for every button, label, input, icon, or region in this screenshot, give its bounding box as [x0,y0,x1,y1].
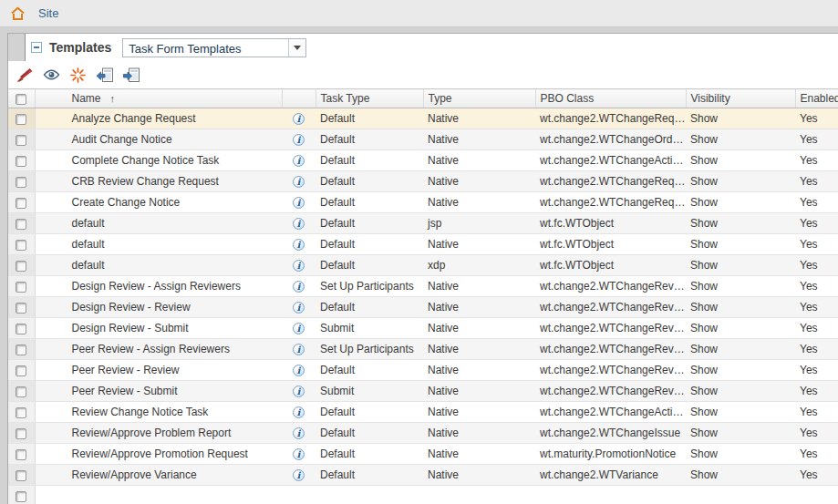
info-icon[interactable]: i [293,239,305,251]
table-row[interactable]: default i Default jsp wt.fc.WTObject Sho… [8,213,838,234]
export-button[interactable] [121,65,140,85]
new-button[interactable] [68,65,88,85]
home-icon[interactable] [10,6,26,21]
template-name: Create Change Notice [35,192,282,213]
enabled-cell: Yes [795,423,838,444]
task-type-cell: Default [316,213,423,234]
info-icon[interactable]: i [293,469,305,481]
table-row[interactable]: Peer Review - Assign Reviewers i Set Up … [8,339,838,360]
task-type-cell: Default [316,423,423,444]
column-header-type[interactable]: Type [423,89,535,108]
enabled-cell: Yes [795,171,838,192]
info-icon[interactable]: i [293,323,305,334]
table-row[interactable]: Complete Change Notice Task i Default Na… [8,150,838,171]
info-icon[interactable]: i [293,281,305,293]
table-row[interactable]: Analyze Change Request i Default Native … [8,108,838,129]
row-checkbox[interactable] [16,282,26,293]
row-checkbox[interactable] [16,240,26,251]
delete-button[interactable] [16,65,35,85]
table-row[interactable]: Design Review - Submit i Submit Native w… [8,318,838,339]
table-row[interactable]: default i Default xdp wt.fc.WTObject Sho… [8,255,838,276]
row-checkbox[interactable] [16,303,26,314]
type-cell: Native [423,381,535,402]
row-checkbox[interactable] [16,428,26,439]
visibility-cell [686,486,795,504]
row-checkbox[interactable] [16,177,26,188]
row-checkbox-cell [8,276,35,297]
table-row[interactable]: Review/Approve Variance i Default Native… [8,465,838,486]
table-row[interactable]: Peer Review - Submit i Submit Native wt.… [8,381,838,402]
select-all-checkbox[interactable] [16,94,26,105]
table-row[interactable]: Design Review - Review i Default Native … [8,297,838,318]
chevron-down-icon [294,46,301,50]
row-checkbox-cell [8,381,35,402]
row-checkbox[interactable] [16,198,26,209]
info-icon[interactable]: i [293,134,305,146]
pbo-class-cell: wt.fc.WTObject [535,213,686,234]
info-icon[interactable]: i [293,302,305,314]
column-header-pbo-class[interactable]: PBO Class [535,89,686,108]
info-icon[interactable]: i [293,386,305,397]
column-header-name[interactable]: Name↑ [35,89,282,108]
row-checkbox[interactable] [16,470,26,481]
visibility-cell: Show [686,444,795,465]
info-icon[interactable]: i [293,427,305,439]
template-type-dropdown[interactable]: Task Form Templates [122,38,306,57]
table-row[interactable] [8,486,838,504]
table-row[interactable]: CRB Review Change Request i Default Nati… [8,171,838,192]
row-checkbox[interactable] [16,386,26,397]
delete-pen-icon [16,67,34,83]
info-icon[interactable]: i [293,176,305,188]
row-checkbox[interactable] [16,219,26,230]
row-checkbox[interactable] [16,135,26,146]
info-icon[interactable]: i [293,344,305,355]
table-row[interactable]: default i Default Native wt.fc.WTObject … [8,234,838,255]
row-checkbox[interactable] [16,324,26,334]
visibility-cell: Show [686,297,795,318]
breadcrumb-site-link[interactable]: Site [38,6,58,20]
type-cell: Native [423,339,535,360]
row-checkbox[interactable] [16,449,26,460]
column-header-visibility[interactable]: Visibility [686,89,795,108]
info-icon[interactable]: i [293,406,305,418]
info-icon[interactable]: i [293,155,305,167]
info-icon[interactable]: i [293,365,305,376]
enabled-cell: Yes [795,381,838,402]
table-row[interactable]: Audit Change Notice i Default Native wt.… [8,129,838,150]
view-button[interactable] [42,65,61,85]
import-document-icon [96,67,114,83]
row-checkbox[interactable] [16,491,26,502]
collapse-section-icon[interactable] [31,42,42,53]
table-row[interactable]: Review/Approve Promotion Request i Defau… [8,444,838,465]
row-checkbox[interactable] [16,156,26,167]
visibility-cell: Show [686,129,795,150]
row-checkbox[interactable] [16,345,26,355]
row-checkbox[interactable] [16,114,26,125]
table-row[interactable]: Review/Approve Problem Report i Default … [8,423,838,444]
dropdown-button[interactable] [288,39,305,57]
info-icon[interactable]: i [293,448,305,460]
row-checkbox[interactable] [16,261,26,272]
info-icon[interactable]: i [293,113,305,125]
task-type-cell: Set Up Participants [316,276,423,297]
enabled-cell: Yes [795,255,838,276]
import-button[interactable] [95,65,114,85]
info-icon[interactable]: i [293,260,305,272]
type-cell: Native [423,276,535,297]
pbo-class-cell: wt.change2.WTChangeReview [535,297,686,318]
column-header-enabled[interactable]: Enabled [795,89,838,108]
table-row[interactable]: Review Change Notice Task i Default Nati… [8,402,838,423]
pbo-class-cell: wt.change2.WTChangeReview [535,381,686,402]
row-checkbox-cell [8,339,35,360]
info-icon[interactable]: i [293,218,305,230]
table-row[interactable]: Create Change Notice i Default Native wt… [8,192,838,213]
column-header-task-type[interactable]: Task Type [316,89,423,108]
info-icon[interactable]: i [293,197,305,209]
visibility-cell: Show [686,318,795,339]
row-checkbox[interactable] [16,365,26,376]
table-row[interactable]: Design Review - Assign Reviewers i Set U… [8,276,838,297]
visibility-cell: Show [686,465,795,486]
row-checkbox[interactable] [16,407,26,418]
row-info-cell: i [282,129,316,150]
table-row[interactable]: Peer Review - Review i Default Native wt… [8,360,838,381]
